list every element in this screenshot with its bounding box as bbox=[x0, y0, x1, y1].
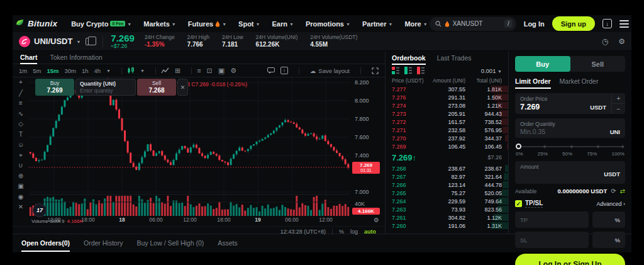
fib-tool-icon[interactable]: ≡ bbox=[19, 99, 23, 106]
timeframe-30m[interactable]: 30m bbox=[64, 67, 75, 74]
pattern-tool-icon[interactable]: ∿ bbox=[18, 110, 23, 117]
nav-item-more[interactable]: More▼ bbox=[404, 20, 427, 28]
transfer-icon[interactable]: ⇄ bbox=[620, 188, 625, 195]
lock-drawings-icon[interactable]: ▣ bbox=[18, 183, 23, 189]
chart-buy-button[interactable]: Buy 7.269 bbox=[35, 79, 74, 96]
measure-tool-icon[interactable]: ⌖ bbox=[19, 152, 23, 159]
orderbook-row[interactable]: 7.26575.27520.05 bbox=[386, 189, 508, 197]
book-split-view-icon[interactable] bbox=[392, 67, 399, 74]
candlestick-chart[interactable] bbox=[29, 77, 350, 216]
text-tool-icon[interactable]: T bbox=[19, 131, 23, 138]
tab-last-trades[interactable]: Last Trades bbox=[437, 54, 472, 62]
candle-type-more-icon[interactable]: ▼ bbox=[140, 69, 145, 73]
order-price-field[interactable]: Order Price 7.269 USDT + − bbox=[515, 93, 625, 114]
remove-drawings-icon[interactable]: ✕ bbox=[18, 203, 23, 210]
projection-tool-icon[interactable]: ◇ bbox=[18, 120, 23, 127]
order-quantity-field[interactable]: Order Quantity Min.0.35 UNI bbox=[515, 118, 625, 138]
log-scale-toggle[interactable]: log bbox=[350, 228, 358, 235]
fullscreen-icon[interactable] bbox=[372, 67, 379, 74]
orderbook-row[interactable]: 7.271232.58576.95 bbox=[386, 126, 508, 134]
menu-icon[interactable] bbox=[619, 18, 629, 30]
book-bids-view-icon[interactable] bbox=[404, 67, 412, 74]
amount-field[interactable]: Amount USDT bbox=[515, 161, 625, 184]
ticker-settings-icon[interactable]: ⚙ bbox=[618, 37, 625, 46]
save-layout-button[interactable]: ☁Save layout bbox=[310, 67, 350, 74]
tradingview-logo[interactable]: 17 bbox=[33, 203, 47, 217]
chart-area[interactable]: +╱≡∿◇T☺⌖∪⊕▣◉✕ Buy 7.269 Quantity (UNI) E… bbox=[13, 77, 385, 232]
orderbook-row[interactable]: 7.26782.97321.64 bbox=[386, 172, 508, 181]
precision-selector[interactable]: 0.001 ▼ bbox=[481, 67, 502, 74]
crosshair-tool-icon[interactable]: + bbox=[19, 79, 23, 86]
auto-scale-toggle[interactable]: auto bbox=[364, 228, 376, 235]
orderbook-row[interactable]: 7.26373.93823.56 bbox=[386, 205, 508, 213]
bottom-tab-buy-low-sell-high-0-[interactable]: Buy Low / Sell High (0) bbox=[136, 234, 204, 252]
login-or-signup-button[interactable]: Log In or Sign Up bbox=[515, 254, 625, 265]
chart-settings-icon[interactable]: ⚙ bbox=[230, 67, 236, 74]
tpsl-checkbox[interactable]: ✓ bbox=[515, 200, 522, 207]
orderbook-row[interactable]: 7.264229.59749.64 bbox=[386, 197, 508, 205]
login-button[interactable]: Log In bbox=[524, 20, 545, 28]
orderbook-row[interactable]: 7.277307.551.81K bbox=[386, 85, 508, 93]
book-asks-view-icon[interactable] bbox=[417, 67, 425, 74]
hide-drawings-icon[interactable]: ◉ bbox=[18, 193, 24, 200]
timeframe-4h[interactable]: 4h bbox=[94, 67, 101, 74]
timeframe-15m[interactable]: 15m bbox=[47, 67, 58, 74]
chart-quantity-input[interactable]: Quantity (UNI) Enter quantity bbox=[75, 79, 136, 96]
zoom-tool-icon[interactable]: ⊕ bbox=[18, 172, 23, 179]
price-decrease-button[interactable]: − bbox=[612, 104, 625, 114]
compare-layout-icon[interactable]: ⊞ bbox=[175, 67, 180, 74]
time-axis-settings-icon[interactable]: ⚙ bbox=[374, 217, 377, 223]
bottom-tab-assets[interactable]: Assets bbox=[218, 234, 238, 252]
nav-item-spot[interactable]: Spot▼ bbox=[238, 20, 260, 28]
price-axis[interactable]: 7.269 01:31 40K 4.166K 8.2008.0007.8007.… bbox=[350, 77, 385, 216]
search-input[interactable]: XANUSDT / bbox=[430, 17, 516, 31]
chat-icon[interactable] bbox=[267, 67, 275, 74]
emoji-tool-icon[interactable]: ☺ bbox=[18, 141, 24, 148]
timeframe-1m[interactable]: 1m bbox=[19, 67, 27, 74]
kline-history-icon[interactable]: ◷ bbox=[602, 37, 608, 46]
templates-icon[interactable]: ≡ bbox=[197, 67, 201, 74]
orderbook-row[interactable]: 7.270237.92344.37 bbox=[386, 134, 508, 142]
deposit-icon[interactable]: ⟳ bbox=[611, 188, 616, 195]
orderbook-row[interactable]: 7.272161.57738.52 bbox=[386, 118, 508, 126]
snapshot-icon[interactable]: ▣ bbox=[218, 67, 225, 74]
tp-input[interactable]: TP bbox=[515, 211, 589, 228]
chart-sell-button[interactable]: Sell 7.268 bbox=[137, 79, 176, 96]
price-increase-button[interactable]: + bbox=[612, 93, 625, 104]
tp-unit-selector[interactable]: % bbox=[592, 211, 625, 228]
timeframe-5m[interactable]: 5m bbox=[33, 67, 41, 74]
buy-tab[interactable]: Buy bbox=[515, 56, 570, 72]
orderbook-row[interactable]: 7.260191.061.31K bbox=[386, 222, 508, 230]
signup-button[interactable]: Sign up bbox=[552, 16, 595, 31]
bottom-tab-open-orders-0-[interactable]: Open Orders(0) bbox=[21, 234, 70, 252]
timeframe-1h[interactable]: 1h bbox=[82, 67, 89, 74]
tab-market-order[interactable]: Market Order bbox=[560, 77, 599, 89]
candle-type-icon[interactable] bbox=[127, 67, 135, 74]
sl-input[interactable]: SL bbox=[515, 232, 589, 248]
orderbook-row[interactable]: 7.261304.821.12K bbox=[386, 213, 508, 222]
popout-icon[interactable]: ⊡ bbox=[207, 67, 213, 74]
nav-item-futures[interactable]: Futures▼ bbox=[188, 20, 226, 28]
orderbook-row[interactable]: 7.274273.081.21K bbox=[386, 101, 508, 110]
percent-scale-toggle[interactable]: % bbox=[339, 228, 344, 235]
magnet-tool-icon[interactable]: ∪ bbox=[18, 162, 23, 169]
nav-item-partner[interactable]: Partner▼ bbox=[362, 20, 392, 28]
slider-knob[interactable] bbox=[516, 144, 521, 149]
indicators-icon[interactable] bbox=[161, 67, 169, 74]
orderbook-row[interactable]: 7.269106.45106.45 bbox=[386, 142, 508, 150]
app-download-icon[interactable]: ↓ bbox=[602, 19, 612, 28]
compare-icon[interactable] bbox=[86, 38, 92, 45]
close-icon[interactable]: ✕ bbox=[177, 79, 188, 96]
bottom-tab-order-history[interactable]: Order History bbox=[84, 234, 123, 252]
sell-tab[interactable]: Sell bbox=[570, 56, 626, 72]
orderbook-row[interactable]: 7.268238.67238.67 bbox=[386, 164, 508, 172]
tab-limit-order[interactable]: Limit Order bbox=[515, 77, 551, 89]
trendline-tool-icon[interactable]: ╱ bbox=[19, 89, 23, 96]
nav-item-markets[interactable]: Markets▼ bbox=[143, 20, 176, 28]
quantity-slider[interactable] bbox=[516, 144, 624, 149]
orderbook-row[interactable]: 7.276291.311.50K bbox=[386, 93, 508, 101]
info-icon[interactable]: ! bbox=[280, 67, 288, 74]
nav-item-promotions[interactable]: Promotions▼ bbox=[306, 20, 350, 28]
sl-unit-selector[interactable]: % bbox=[592, 232, 625, 248]
orderbook-mid-price[interactable]: 7.269↑ $7.26 bbox=[386, 150, 508, 164]
